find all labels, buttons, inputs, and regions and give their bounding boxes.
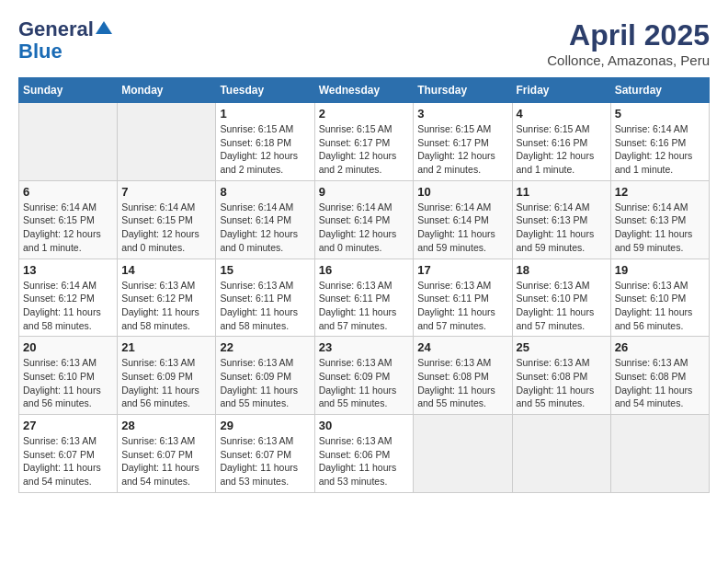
day-number: 23 xyxy=(319,340,410,354)
logo-icon xyxy=(96,19,112,36)
calendar-cell: 10Sunrise: 6:14 AM Sunset: 6:14 PM Dayli… xyxy=(414,180,512,259)
day-detail: Sunrise: 6:15 AM Sunset: 6:17 PM Dayligh… xyxy=(417,122,507,177)
day-number: 8 xyxy=(220,185,310,199)
day-detail: Sunrise: 6:15 AM Sunset: 6:17 PM Dayligh… xyxy=(319,122,410,177)
day-number: 3 xyxy=(417,107,507,121)
day-detail: Sunrise: 6:13 AM Sunset: 6:08 PM Dayligh… xyxy=(615,356,705,410)
calendar-cell: 8Sunrise: 6:14 AM Sunset: 6:14 PM Daylig… xyxy=(216,180,314,259)
day-number: 6 xyxy=(23,185,113,199)
weekday-header-thursday: Thursday xyxy=(414,78,512,103)
calendar-cell: 28Sunrise: 6:13 AM Sunset: 6:07 PM Dayli… xyxy=(118,415,216,493)
calendar-week-row: 6Sunrise: 6:14 AM Sunset: 6:15 PM Daylig… xyxy=(19,180,710,259)
day-detail: Sunrise: 6:13 AM Sunset: 6:11 PM Dayligh… xyxy=(220,279,310,333)
day-detail: Sunrise: 6:14 AM Sunset: 6:15 PM Dayligh… xyxy=(23,201,113,255)
calendar-cell: 6Sunrise: 6:14 AM Sunset: 6:15 PM Daylig… xyxy=(19,180,118,259)
day-number: 26 xyxy=(615,340,705,354)
day-number: 4 xyxy=(517,107,607,121)
calendar-cell: 17Sunrise: 6:13 AM Sunset: 6:11 PM Dayli… xyxy=(414,259,512,337)
day-detail: Sunrise: 6:14 AM Sunset: 6:16 PM Dayligh… xyxy=(615,122,705,177)
weekday-header-row: SundayMondayTuesdayWednesdayThursdayFrid… xyxy=(19,78,710,103)
logo-text-general: General xyxy=(18,18,94,40)
calendar-table: SundayMondayTuesdayWednesdayThursdayFrid… xyxy=(18,77,710,493)
day-detail: Sunrise: 6:13 AM Sunset: 6:08 PM Dayligh… xyxy=(517,356,607,410)
day-number: 24 xyxy=(417,340,507,354)
day-number: 20 xyxy=(23,340,113,354)
day-detail: Sunrise: 6:13 AM Sunset: 6:07 PM Dayligh… xyxy=(220,434,310,488)
calendar-cell: 9Sunrise: 6:14 AM Sunset: 6:14 PM Daylig… xyxy=(314,180,414,259)
calendar-cell xyxy=(118,103,216,181)
calendar-cell: 3Sunrise: 6:15 AM Sunset: 6:17 PM Daylig… xyxy=(414,103,512,181)
calendar-week-row: 20Sunrise: 6:13 AM Sunset: 6:10 PM Dayli… xyxy=(19,337,710,415)
calendar-cell: 1Sunrise: 6:15 AM Sunset: 6:18 PM Daylig… xyxy=(216,103,314,181)
day-number: 2 xyxy=(319,107,410,121)
calendar-cell: 12Sunrise: 6:14 AM Sunset: 6:13 PM Dayli… xyxy=(610,180,709,259)
calendar-cell: 2Sunrise: 6:15 AM Sunset: 6:17 PM Daylig… xyxy=(314,103,414,181)
calendar-cell: 22Sunrise: 6:13 AM Sunset: 6:09 PM Dayli… xyxy=(216,337,314,415)
day-detail: Sunrise: 6:13 AM Sunset: 6:11 PM Dayligh… xyxy=(417,279,507,333)
day-detail: Sunrise: 6:15 AM Sunset: 6:18 PM Dayligh… xyxy=(220,122,310,177)
day-detail: Sunrise: 6:14 AM Sunset: 6:14 PM Dayligh… xyxy=(220,201,310,255)
calendar-cell: 4Sunrise: 6:15 AM Sunset: 6:16 PM Daylig… xyxy=(512,103,610,181)
day-number: 17 xyxy=(417,263,507,277)
day-number: 28 xyxy=(121,419,211,432)
calendar-cell: 16Sunrise: 6:13 AM Sunset: 6:11 PM Dayli… xyxy=(314,259,414,337)
weekday-header-monday: Monday xyxy=(118,78,216,103)
day-detail: Sunrise: 6:14 AM Sunset: 6:12 PM Dayligh… xyxy=(23,279,113,333)
day-number: 18 xyxy=(517,263,607,277)
day-number: 10 xyxy=(417,185,507,199)
weekday-header-saturday: Saturday xyxy=(610,78,709,103)
day-detail: Sunrise: 6:13 AM Sunset: 6:07 PM Dayligh… xyxy=(23,434,113,488)
calendar-cell: 14Sunrise: 6:13 AM Sunset: 6:12 PM Dayli… xyxy=(118,259,216,337)
day-number: 11 xyxy=(517,185,607,199)
calendar-cell xyxy=(512,415,610,493)
calendar-week-row: 13Sunrise: 6:14 AM Sunset: 6:12 PM Dayli… xyxy=(19,259,710,337)
calendar-cell: 26Sunrise: 6:13 AM Sunset: 6:08 PM Dayli… xyxy=(610,337,709,415)
day-detail: Sunrise: 6:13 AM Sunset: 6:09 PM Dayligh… xyxy=(220,356,310,410)
day-detail: Sunrise: 6:13 AM Sunset: 6:06 PM Dayligh… xyxy=(319,434,410,488)
calendar-cell xyxy=(414,415,512,493)
calendar-cell: 21Sunrise: 6:13 AM Sunset: 6:09 PM Dayli… xyxy=(118,337,216,415)
page-header: General Blue April 2025 Collonce, Amazon… xyxy=(18,18,710,68)
day-number: 30 xyxy=(319,419,410,432)
day-detail: Sunrise: 6:15 AM Sunset: 6:16 PM Dayligh… xyxy=(517,122,607,177)
calendar-cell: 19Sunrise: 6:13 AM Sunset: 6:10 PM Dayli… xyxy=(610,259,709,337)
day-detail: Sunrise: 6:13 AM Sunset: 6:10 PM Dayligh… xyxy=(615,279,705,333)
day-number: 1 xyxy=(220,107,310,121)
day-detail: Sunrise: 6:14 AM Sunset: 6:13 PM Dayligh… xyxy=(615,201,705,255)
day-number: 12 xyxy=(615,185,705,199)
day-number: 5 xyxy=(615,107,705,121)
calendar-cell: 20Sunrise: 6:13 AM Sunset: 6:10 PM Dayli… xyxy=(19,337,118,415)
day-number: 21 xyxy=(121,340,211,354)
day-number: 22 xyxy=(220,340,310,354)
calendar-cell: 23Sunrise: 6:13 AM Sunset: 6:09 PM Dayli… xyxy=(314,337,414,415)
title-block: April 2025 Collonce, Amazonas, Peru xyxy=(547,18,710,68)
weekday-header-tuesday: Tuesday xyxy=(216,78,314,103)
weekday-header-friday: Friday xyxy=(512,78,610,103)
day-number: 19 xyxy=(615,263,705,277)
svg-marker-0 xyxy=(96,21,112,34)
calendar-cell: 27Sunrise: 6:13 AM Sunset: 6:07 PM Dayli… xyxy=(19,415,118,493)
day-number: 25 xyxy=(517,340,607,354)
calendar-cell: 18Sunrise: 6:13 AM Sunset: 6:10 PM Dayli… xyxy=(512,259,610,337)
day-detail: Sunrise: 6:14 AM Sunset: 6:14 PM Dayligh… xyxy=(319,201,410,255)
day-number: 15 xyxy=(220,263,310,277)
day-detail: Sunrise: 6:13 AM Sunset: 6:11 PM Dayligh… xyxy=(319,279,410,333)
calendar-cell: 15Sunrise: 6:13 AM Sunset: 6:11 PM Dayli… xyxy=(216,259,314,337)
day-number: 7 xyxy=(121,185,211,199)
day-number: 16 xyxy=(319,263,410,277)
weekday-header-sunday: Sunday xyxy=(19,78,118,103)
logo: General Blue xyxy=(18,18,112,63)
weekday-header-wednesday: Wednesday xyxy=(314,78,414,103)
day-detail: Sunrise: 6:13 AM Sunset: 6:09 PM Dayligh… xyxy=(121,356,211,410)
calendar-cell: 11Sunrise: 6:14 AM Sunset: 6:13 PM Dayli… xyxy=(512,180,610,259)
calendar-title: April 2025 xyxy=(547,18,710,52)
calendar-cell: 30Sunrise: 6:13 AM Sunset: 6:06 PM Dayli… xyxy=(314,415,414,493)
calendar-cell: 25Sunrise: 6:13 AM Sunset: 6:08 PM Dayli… xyxy=(512,337,610,415)
day-detail: Sunrise: 6:13 AM Sunset: 6:08 PM Dayligh… xyxy=(417,356,507,410)
calendar-cell xyxy=(610,415,709,493)
day-detail: Sunrise: 6:13 AM Sunset: 6:10 PM Dayligh… xyxy=(23,356,113,410)
day-number: 9 xyxy=(319,185,410,199)
calendar-cell xyxy=(19,103,118,181)
calendar-cell: 29Sunrise: 6:13 AM Sunset: 6:07 PM Dayli… xyxy=(216,415,314,493)
calendar-week-row: 27Sunrise: 6:13 AM Sunset: 6:07 PM Dayli… xyxy=(19,415,710,493)
